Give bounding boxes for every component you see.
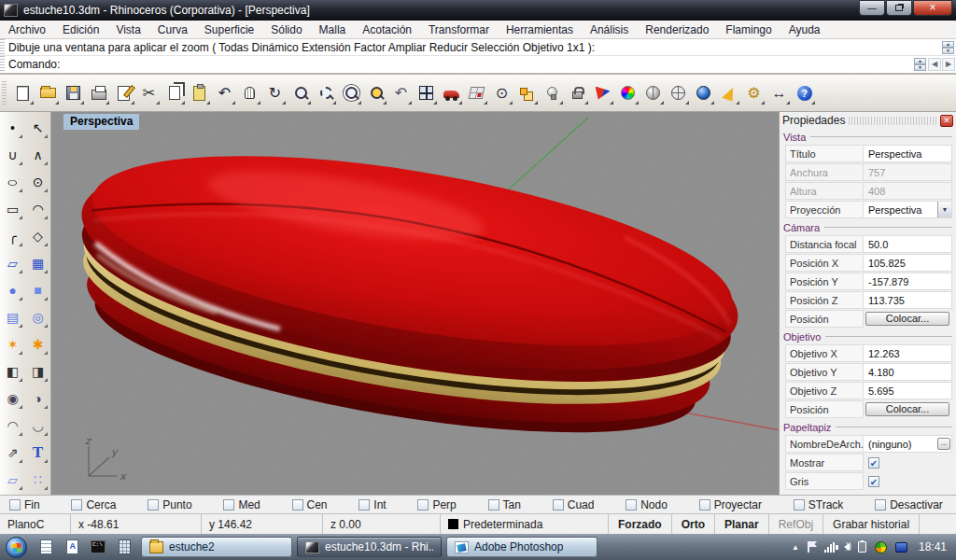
volume-icon[interactable] bbox=[844, 543, 850, 551]
drag-handle[interactable] bbox=[0, 56, 5, 73]
property-value-field[interactable]: 4.180 bbox=[864, 363, 952, 381]
toolbar-drag-handle[interactable] bbox=[2, 81, 7, 105]
osnap-checkbox-punto[interactable] bbox=[148, 499, 159, 511]
scroll-up-icon[interactable]: ▲ bbox=[942, 41, 954, 48]
minimize-button[interactable]: — bbox=[859, 0, 885, 16]
toggle-grabar-historial[interactable]: Grabar historial bbox=[823, 514, 920, 534]
osnap-checkbox-fin[interactable] bbox=[9, 499, 21, 511]
surface-tool[interactable]: ▱ bbox=[0, 249, 25, 276]
scroll-left-icon[interactable]: ◀ bbox=[928, 58, 941, 71]
lock-icon[interactable] bbox=[565, 80, 590, 106]
zoom-in-icon[interactable] bbox=[288, 80, 313, 106]
command-spinner[interactable]: ▲▼ bbox=[914, 58, 926, 71]
fillet-curves-tool[interactable]: ◠ bbox=[0, 412, 25, 439]
start-button[interactable] bbox=[6, 537, 27, 558]
viewport-label[interactable]: Perspectiva bbox=[63, 114, 139, 130]
property-value-field[interactable]: 12.263 bbox=[864, 344, 952, 362]
circle-center-icon[interactable]: ⊙ bbox=[489, 80, 514, 106]
toggle-orto[interactable]: Orto bbox=[672, 514, 715, 534]
osnap-checkbox-proyectar[interactable] bbox=[699, 499, 710, 511]
ellipse-tool[interactable]: ○ bbox=[0, 168, 25, 195]
toggle-refobj[interactable]: RefObj bbox=[769, 514, 823, 534]
menu-item-ayuda[interactable]: Ayuda bbox=[780, 21, 829, 38]
network-icon[interactable] bbox=[824, 542, 836, 553]
menu-item-vista[interactable]: Vista bbox=[107, 21, 148, 38]
pan-icon[interactable] bbox=[237, 80, 262, 106]
rotate-view-icon[interactable]: ↻ bbox=[262, 80, 288, 106]
menu-item-flamingo[interactable]: Flamingo bbox=[717, 21, 780, 38]
scroll-up-icon[interactable]: ▲ bbox=[914, 58, 926, 64]
colocar-button[interactable]: Colocar... bbox=[865, 402, 949, 416]
menu-item-archivo[interactable]: Archivo bbox=[0, 21, 54, 38]
checkbox-checked[interactable]: ✔ bbox=[868, 457, 879, 469]
cmd-icon[interactable]: C:\ bbox=[89, 538, 107, 556]
menu-item-transformar[interactable]: Transformar bbox=[420, 21, 498, 38]
annotate-icon[interactable] bbox=[111, 80, 136, 106]
options-gears-icon[interactable]: ⚙ bbox=[741, 80, 766, 106]
osnap-checkbox-perp[interactable] bbox=[417, 499, 429, 511]
zoom-extents-icon[interactable] bbox=[338, 80, 363, 106]
property-value-field[interactable]: -157.879 bbox=[864, 273, 952, 290]
cplane-button[interactable]: PlanoC bbox=[0, 514, 71, 534]
boolean-union-tool[interactable]: ◉ bbox=[0, 385, 25, 412]
properties-header[interactable]: Propiedades ✕ bbox=[780, 112, 956, 129]
cplane-icon[interactable] bbox=[464, 80, 489, 106]
circle-tool[interactable]: ⊙ bbox=[25, 168, 50, 195]
scroll-down-icon[interactable]: ▼ bbox=[914, 64, 926, 71]
taskbar-button-estuche10-3dm-rhi-[interactable]: estuche10.3dm - Rhi... bbox=[297, 537, 442, 557]
wireframe-view-icon[interactable] bbox=[666, 80, 691, 106]
scroll-right-icon[interactable]: ▶ bbox=[942, 58, 955, 71]
blue-app-icon[interactable] bbox=[895, 542, 907, 553]
osnap-checkbox-strack[interactable] bbox=[794, 499, 805, 511]
cut-icon[interactable]: ✂ bbox=[136, 80, 162, 106]
layer-indicator[interactable]: Predeterminada bbox=[441, 514, 609, 534]
menu-item-malla[interactable]: Malla bbox=[311, 21, 355, 38]
help-icon[interactable]: ? bbox=[792, 80, 817, 106]
array-tool[interactable]: ∷ bbox=[25, 466, 50, 493]
point-tool[interactable]: • bbox=[0, 114, 25, 141]
calculator-icon[interactable] bbox=[115, 538, 134, 556]
panel-close-icon[interactable]: ✕ bbox=[940, 115, 953, 127]
arc-tool[interactable]: ◠ bbox=[25, 195, 50, 222]
taskbar-button-estuche2[interactable]: estuche2 bbox=[141, 537, 292, 557]
menu-item-sólido[interactable]: Sólido bbox=[262, 21, 310, 38]
paste-icon[interactable] bbox=[187, 80, 212, 106]
panel-drag-texture[interactable] bbox=[849, 117, 936, 125]
property-value-field[interactable]: 113.735 bbox=[864, 291, 952, 309]
save-file-icon[interactable] bbox=[61, 80, 86, 106]
zoom-selected-icon[interactable] bbox=[363, 80, 388, 106]
osnap-checkbox-nodo[interactable] bbox=[626, 499, 637, 511]
curve-tool[interactable]: ∪ bbox=[0, 141, 25, 168]
render-view-icon[interactable] bbox=[691, 80, 716, 106]
scroll-down-icon[interactable]: ▼ bbox=[942, 48, 954, 54]
notepad-icon[interactable] bbox=[36, 538, 55, 556]
text-tool[interactable]: T bbox=[25, 439, 50, 466]
clipboard-icon[interactable] bbox=[858, 541, 866, 553]
join-tool[interactable]: ✱ bbox=[25, 330, 50, 357]
shaded-view-icon[interactable] bbox=[640, 80, 666, 106]
wordpad-icon[interactable] bbox=[63, 538, 81, 556]
explode-tool[interactable]: ✶ bbox=[0, 330, 25, 357]
fillet-corner-tool[interactable]: ╭ bbox=[0, 222, 25, 249]
flag-icon[interactable] bbox=[808, 541, 816, 553]
polyline-tool[interactable]: ∧ bbox=[25, 141, 50, 168]
undo-icon[interactable]: ↶ bbox=[212, 80, 237, 106]
chevron-down-icon[interactable]: ▼ bbox=[937, 202, 951, 217]
colocar-button[interactable]: Colocar... bbox=[865, 312, 949, 326]
cone-icon[interactable] bbox=[716, 80, 741, 106]
property-value-field[interactable]: 105.825 bbox=[864, 254, 952, 272]
color-wheel-icon[interactable] bbox=[615, 80, 640, 106]
zoom-window-icon[interactable] bbox=[313, 80, 338, 106]
mesh-tool[interactable]: ▤ bbox=[0, 303, 25, 330]
browse-button[interactable]: ... bbox=[937, 438, 950, 450]
pointer-tool[interactable]: ↖ bbox=[25, 114, 50, 141]
command-prompt-input[interactable]: Comando: bbox=[8, 58, 912, 71]
menu-item-herramientas[interactable]: Herramientas bbox=[498, 21, 582, 38]
rectangle-tool[interactable]: ▭ bbox=[0, 195, 25, 222]
boolean-difference-tool[interactable]: ◑ bbox=[25, 385, 50, 412]
history-scroll-spinner[interactable]: ▲▼ bbox=[942, 41, 954, 54]
projection-dropdown[interactable]: Perspectiva▼ bbox=[864, 201, 952, 218]
menu-item-curva[interactable]: Curva bbox=[149, 21, 196, 38]
taskbar-button-adobe-photoshop[interactable]: Adobe Photoshop bbox=[446, 537, 598, 557]
toggle-forzado[interactable]: Forzado bbox=[609, 514, 672, 534]
